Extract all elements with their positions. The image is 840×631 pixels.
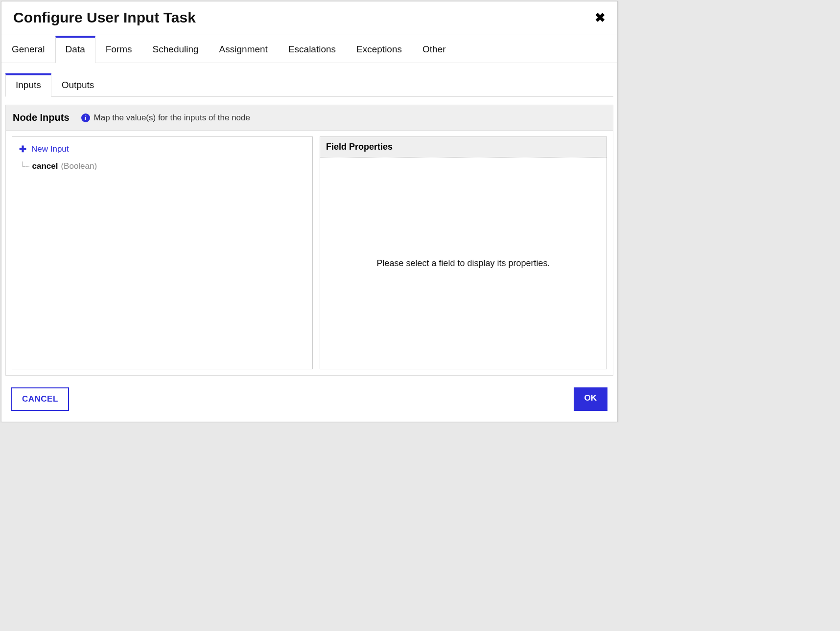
content-area: Node Inputs i Map the value(s) for the i… <box>5 105 613 376</box>
sub-tabs: Inputs Outputs <box>5 73 613 97</box>
new-input-button[interactable]: ✚ New Input <box>19 144 305 155</box>
two-pane-layout: ✚ New Input └┈ cancel (Boolean) Field Pr… <box>6 131 613 375</box>
field-properties-header: Field Properties <box>320 137 607 158</box>
new-input-label: New Input <box>31 144 69 154</box>
tab-exceptions[interactable]: Exceptions <box>346 36 412 63</box>
field-properties-placeholder: Please select a field to display its pro… <box>320 158 607 369</box>
info-icon: i <box>81 113 90 122</box>
tree-item-cancel[interactable]: └┈ cancel (Boolean) <box>20 161 305 171</box>
dialog-footer: CANCEL OK <box>1 376 617 422</box>
tree-connector-icon: └┈ <box>20 161 29 171</box>
section-header: Node Inputs i Map the value(s) for the i… <box>6 105 613 131</box>
section-hint-text: Map the value(s) for the inputs of the n… <box>94 113 250 123</box>
field-properties-pane: Field Properties Please select a field t… <box>320 136 607 369</box>
tab-other[interactable]: Other <box>412 36 456 63</box>
subtab-inputs[interactable]: Inputs <box>5 73 51 97</box>
section-title: Node Inputs <box>13 112 70 123</box>
inputs-tree-pane: ✚ New Input └┈ cancel (Boolean) <box>12 136 313 369</box>
configure-user-input-dialog: Configure User Input Task ✖ General Data… <box>1 1 618 422</box>
main-tabs: General Data Forms Scheduling Assignment… <box>1 35 617 63</box>
tab-assignment[interactable]: Assignment <box>209 36 278 63</box>
tab-scheduling[interactable]: Scheduling <box>142 36 209 63</box>
cancel-button[interactable]: CANCEL <box>11 387 69 411</box>
tree-item-name: cancel <box>32 161 58 171</box>
ok-button[interactable]: OK <box>574 387 608 411</box>
dialog-header: Configure User Input Task ✖ <box>1 1 617 35</box>
plus-icon: ✚ <box>19 144 26 155</box>
tab-escalations[interactable]: Escalations <box>278 36 346 63</box>
tab-data[interactable]: Data <box>55 36 95 63</box>
section-hint-row: i Map the value(s) for the inputs of the… <box>81 113 250 123</box>
tab-forms[interactable]: Forms <box>95 36 142 63</box>
tab-general[interactable]: General <box>1 36 55 63</box>
tree-item-type: (Boolean) <box>61 161 97 171</box>
subtab-outputs[interactable]: Outputs <box>51 73 105 97</box>
close-icon[interactable]: ✖ <box>595 11 606 24</box>
dialog-title: Configure User Input Task <box>13 9 196 26</box>
